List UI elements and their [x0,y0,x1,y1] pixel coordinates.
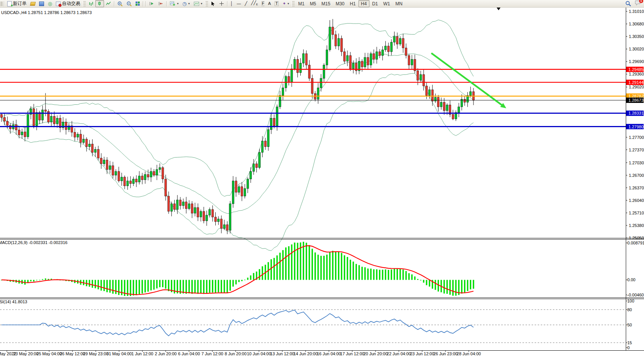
time-tick: 8 Jun 20:00 [225,351,247,356]
price-tick: 1.29690 [629,59,644,64]
rsi-panel[interactable]: 1008050150 [0,299,634,350]
price-tick: 1.26040 [629,198,644,203]
chart-shift-marker[interactable] [497,8,500,10]
chart-area[interactable]: 1.310101.306801.303501.300201.296901.293… [0,0,644,356]
price-tick: 1.25050 [629,236,644,240]
rsi-axis-15: 15 [627,340,632,345]
time-tick: 2 Jun 20:00 [155,351,177,356]
rsi-axis-0: 0 [627,345,630,350]
time-tick: 22 Jun 04:00 [387,351,411,356]
mt4-window: + 新订单 ◎ 自动交易 [0,0,644,356]
time-tick: 14 Jun 20:00 [294,351,318,356]
time-tick: 23 May 20:00 [13,351,39,356]
time-tick: 25 May 04:00 [36,351,62,356]
time-axis[interactable]: May 202223 May 20:0025 May 04:0026 May 1… [0,350,481,356]
price-badge-value: 1.29485 [628,67,644,72]
price-badge-value: 1.28673 [628,98,644,102]
price-tick: 1.26370 [629,186,644,190]
time-tick: 31 May 04:00 [106,351,132,356]
time-tick: 29 May 23:00 [83,351,109,356]
price-tick: 1.25380 [629,223,644,228]
panel-borders [0,7,644,351]
macd-axis-min: -0.004601 [627,293,644,297]
price-badge-value: 1.29144 [628,80,644,85]
time-tick: 26 May 12:00 [60,351,85,356]
price-tick: 1.30350 [629,34,644,39]
macd-label: MACD(12,26,9) -0.002331 -0.002316 [0,240,68,245]
price-badge-value: 1.28331 [628,111,644,115]
time-tick: 16 Jun 04:00 [317,351,341,356]
bollinger-bands [2,20,474,250]
macd-panel[interactable]: 0.0087910.00-0.004601 [1,241,644,297]
time-tick: 17 Jun 12:00 [340,351,365,356]
rsi-axis-100: 100 [627,299,634,303]
horizontal-lines[interactable] [0,69,626,127]
time-tick: 28 Jun 04:00 [457,351,481,356]
price-tick: 1.27370 [629,148,644,152]
price-axis[interactable]: 1.310101.306801.303501.300201.296901.293… [626,9,644,240]
price-tick: 1.26700 [629,173,644,178]
time-tick: 23 Jun 12:00 [410,351,434,356]
price-tick: 1.30020 [629,47,644,51]
symbol-ohlc-label: USDCAD-,H4 1.28751 1.28786 1.28673 1.286… [1,10,92,15]
price-tick: 1.27700 [629,135,644,140]
macd-axis-zero: 0.00 [627,277,635,282]
rsi-label: RSI(14) 41.8013 [0,299,27,304]
time-tick: 13 Jun 12:00 [270,351,295,356]
price-tick: 1.27030 [629,161,644,165]
price-badge-value: 1.27980 [628,124,644,129]
rsi-axis-80: 80 [627,307,632,312]
price-tick: 1.30680 [629,22,644,26]
time-tick: 10 Jun 04:00 [247,351,271,356]
trend-arrow[interactable] [431,53,506,108]
price-tick: 1.31010 [629,9,644,14]
rsi-line [2,310,474,336]
macd-axis-max: 0.008791 [627,241,644,245]
time-tick: 26 Jun 23:00 [433,351,458,356]
time-tick: 1 Jun 12:00 [131,351,153,356]
rsi-axis-50: 50 [627,323,632,327]
price-tick: 1.25710 [629,211,644,215]
time-tick: 20 Jun 20:00 [363,351,388,356]
price-tick: 1.29020 [629,85,644,89]
time-tick: 6 Jun 04:00 [178,351,200,356]
time-tick: 7 Jun 12:00 [201,351,223,356]
price-tick: 1.29360 [629,72,644,76]
